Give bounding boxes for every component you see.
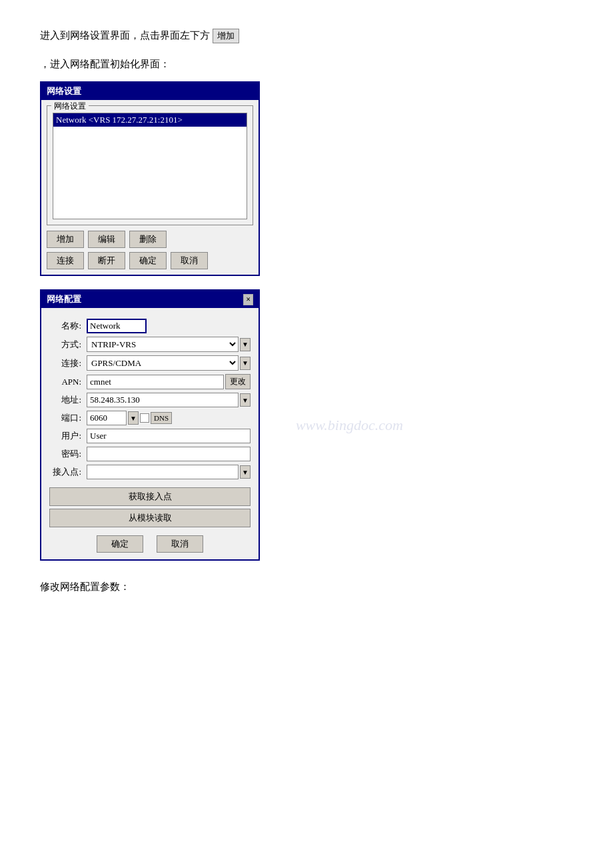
apn-change-button[interactable]: 更改 xyxy=(225,374,251,389)
mode-select[interactable]: NTRIP-VRS xyxy=(87,337,239,352)
address-row: ▼ xyxy=(87,393,251,407)
config-confirm-button[interactable]: 确定 xyxy=(97,535,143,553)
network-config-title: 网络配置 xyxy=(47,293,81,305)
mode-label: 方式: xyxy=(49,339,84,351)
network-settings-dialog: 网络设置 网络设置 Network <VRS 172.27.27.21:2101… xyxy=(40,81,260,276)
bottom-text: 修改网络配置参数： xyxy=(40,581,573,593)
form-fields: 名称: 方式: NTRIP-VRS ▼ 连接: GPRS/CDMA ▼ xyxy=(41,313,259,485)
access-point-label: 接入点: xyxy=(49,466,84,478)
bottom-paragraph: 修改网络配置参数： xyxy=(40,581,130,592)
network-list[interactable]: Network <VRS 172.27.27.21:2101> xyxy=(53,113,247,219)
name-input[interactable] xyxy=(87,319,147,333)
connection-row: GPRS/CDMA ▼ xyxy=(87,355,251,371)
address-label: 地址: xyxy=(49,394,84,406)
apn-row: 更改 xyxy=(87,374,251,389)
config-cancel-button[interactable]: 取消 xyxy=(157,535,203,553)
config-bottom-buttons: 确定 取消 xyxy=(41,531,259,559)
connection-dropdown-arrow[interactable]: ▼ xyxy=(240,357,251,370)
network-settings-group: 网络设置 Network <VRS 172.27.27.21:2101> xyxy=(47,105,253,225)
network-config-dialog-wrapper: www.bingdoc.com 网络配置 × 名称: 方式: NTRIP-VRS… xyxy=(40,289,573,561)
mode-row: NTRIP-VRS ▼ xyxy=(87,337,251,352)
add-button[interactable]: 增加 xyxy=(47,231,84,248)
access-point-row: ▼ xyxy=(87,465,251,479)
apn-input[interactable] xyxy=(87,375,224,389)
name-input-wrapper xyxy=(87,319,251,333)
port-input[interactable] xyxy=(87,411,127,425)
intro-text-2: ，进入网络配置初始化界面： xyxy=(40,55,573,73)
connect-button[interactable]: 连接 xyxy=(47,252,84,269)
user-label: 用户: xyxy=(49,430,84,442)
settings-button-row-1: 增加 编辑 删除 xyxy=(47,231,253,248)
read-from-module-button[interactable]: 从模块读取 xyxy=(49,509,251,527)
password-label: 密码: xyxy=(49,448,84,460)
get-access-point-button[interactable]: 获取接入点 xyxy=(49,487,251,506)
intro-text-1: 进入到网络设置界面，点击界面左下方 xyxy=(40,27,210,45)
cancel-button[interactable]: 取消 xyxy=(171,252,208,269)
watermark: www.bingdoc.com xyxy=(296,417,403,434)
apn-label: APN: xyxy=(49,377,84,387)
dns-checkbox[interactable] xyxy=(140,413,149,423)
password-input[interactable] xyxy=(87,447,251,461)
settings-button-row-2: 连接 断开 确定 取消 xyxy=(47,252,253,269)
dns-label[interactable]: DNS xyxy=(151,412,172,424)
close-icon[interactable]: × xyxy=(243,294,253,305)
edit-button[interactable]: 编辑 xyxy=(88,231,125,248)
access-point-input[interactable] xyxy=(87,465,239,479)
network-settings-titlebar: 网络设置 xyxy=(41,83,259,100)
name-label: 名称: xyxy=(49,320,84,332)
confirm-button[interactable]: 确定 xyxy=(129,252,167,269)
port-label: 端口: xyxy=(49,412,84,424)
network-settings-body: 网络设置 Network <VRS 172.27.27.21:2101> 增加 … xyxy=(41,100,259,275)
network-config-dialog: 网络配置 × 名称: 方式: NTRIP-VRS ▼ 连接: G xyxy=(40,289,260,561)
address-dropdown-arrow[interactable]: ▼ xyxy=(240,393,251,407)
access-point-dropdown-arrow[interactable]: ▼ xyxy=(240,465,251,479)
port-row: ▼ DNS xyxy=(87,411,251,425)
add-inline-button[interactable]: 增加 xyxy=(213,29,239,43)
address-input[interactable] xyxy=(87,393,239,407)
port-dropdown-arrow[interactable]: ▼ xyxy=(128,411,139,425)
network-config-titlebar: 网络配置 × xyxy=(41,291,259,308)
user-input[interactable] xyxy=(87,429,251,443)
connection-select[interactable]: GPRS/CDMA xyxy=(87,355,239,371)
group-box-label: 网络设置 xyxy=(51,101,89,112)
delete-button[interactable]: 删除 xyxy=(129,231,167,248)
connection-label: 连接: xyxy=(49,357,84,369)
disconnect-button[interactable]: 断开 xyxy=(88,252,125,269)
network-settings-title: 网络设置 xyxy=(47,85,81,97)
mode-dropdown-arrow[interactable]: ▼ xyxy=(240,338,251,351)
intro-paragraph: 进入到网络设置界面，点击界面左下方 增加 xyxy=(40,27,573,45)
list-item[interactable]: Network <VRS 172.27.27.21:2101> xyxy=(53,113,247,127)
